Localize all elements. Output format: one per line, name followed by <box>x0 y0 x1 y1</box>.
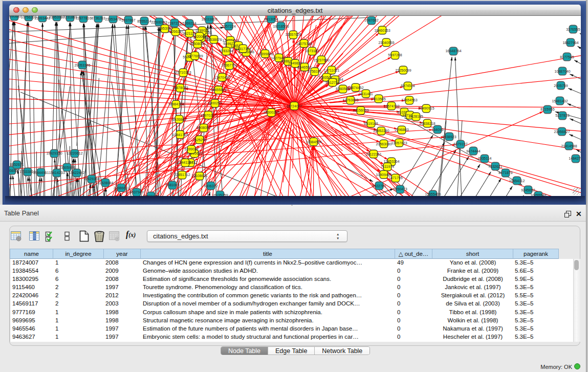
svg-text:5756191: 5756191 <box>308 70 321 73</box>
svg-text:7357224: 7357224 <box>222 25 235 28</box>
svg-text:5922781: 5922781 <box>372 184 386 188</box>
svg-text:8813054: 8813054 <box>264 17 278 21</box>
svg-text:9690882: 9690882 <box>9 16 21 18</box>
svg-text:8215955: 8215955 <box>540 107 554 111</box>
svg-text:2935114: 2935114 <box>478 157 492 160</box>
svg-text:16557626: 16557626 <box>285 33 301 36</box>
svg-text:21414588: 21414588 <box>561 144 577 148</box>
svg-text:5369224: 5369224 <box>182 21 196 25</box>
svg-text:23710363: 23710363 <box>175 71 191 74</box>
svg-text:23953980: 23953980 <box>49 16 64 19</box>
svg-text:20367702: 20367702 <box>221 63 237 67</box>
svg-text:23505908: 23505908 <box>59 166 75 169</box>
svg-text:22266287: 22266287 <box>167 30 183 33</box>
svg-text:19384554: 19384554 <box>306 140 321 144</box>
svg-text:7471795: 7471795 <box>388 176 402 180</box>
svg-text:7632621: 7632621 <box>488 165 502 168</box>
svg-text:5937867: 5937867 <box>121 18 135 22</box>
svg-text:15481432: 15481432 <box>552 99 568 103</box>
svg-text:18538676: 18538676 <box>206 38 222 41</box>
svg-text:10654112: 10654112 <box>509 179 525 183</box>
svg-text:9806372: 9806372 <box>204 184 217 188</box>
svg-text:22851712: 22851712 <box>174 173 190 177</box>
svg-text:6519148: 6519148 <box>364 122 378 125</box>
svg-text:10887040: 10887040 <box>554 70 570 73</box>
svg-text:21250099: 21250099 <box>395 69 411 72</box>
svg-text:164095: 164095 <box>431 128 443 132</box>
svg-text:9431481: 9431481 <box>359 92 373 96</box>
svg-text:10255548: 10255548 <box>530 193 546 196</box>
svg-text:4937949: 4937949 <box>129 190 143 194</box>
svg-text:9474444: 9474444 <box>466 149 480 153</box>
svg-text:5237813: 5237813 <box>555 114 569 117</box>
svg-text:18827964: 18827964 <box>562 41 578 45</box>
svg-text:8974518: 8974518 <box>401 84 415 87</box>
svg-text:19929350: 19929350 <box>46 151 62 155</box>
svg-text:22156009: 22156009 <box>353 108 368 112</box>
svg-text:9245652: 9245652 <box>521 188 535 192</box>
svg-text:21317167: 21317167 <box>235 47 251 51</box>
svg-text:8900290: 8900290 <box>208 101 222 105</box>
svg-text:16033809: 16033809 <box>201 17 217 21</box>
svg-text:20838218: 20838218 <box>419 122 435 125</box>
svg-text:20490915: 20490915 <box>418 106 434 110</box>
svg-text:20563080: 20563080 <box>376 142 391 146</box>
svg-text:9783284: 9783284 <box>219 49 233 53</box>
svg-text:15422442: 15422442 <box>69 171 84 174</box>
svg-text:15441184: 15441184 <box>178 161 193 164</box>
svg-text:10841769: 10841769 <box>172 133 188 137</box>
svg-text:19970217: 19970217 <box>200 114 216 117</box>
svg-text:12936557: 12936557 <box>9 169 20 172</box>
svg-text:21508094: 21508094 <box>189 42 205 46</box>
svg-text:8546552: 8546552 <box>297 65 311 69</box>
svg-text:13220612: 13220612 <box>67 151 82 155</box>
svg-text:15776689: 15776689 <box>187 54 203 58</box>
svg-text:3376555: 3376555 <box>566 28 580 31</box>
svg-text:19455826: 19455826 <box>210 88 226 92</box>
svg-text:15300295: 15300295 <box>263 111 279 114</box>
svg-text:8555214: 8555214 <box>137 19 151 23</box>
svg-text:14075785: 14075785 <box>296 42 312 46</box>
svg-text:7813505: 7813505 <box>372 97 385 101</box>
svg-text:23353478: 23353478 <box>105 17 121 21</box>
svg-text:23952280: 23952280 <box>373 129 389 133</box>
svg-text:10399826: 10399826 <box>257 52 273 56</box>
svg-text:7111974: 7111974 <box>381 165 394 168</box>
svg-text:6879197: 6879197 <box>453 142 467 146</box>
svg-text:19218506: 19218506 <box>273 25 289 28</box>
svg-text:1484270: 1484270 <box>569 157 581 160</box>
svg-text:7525295: 7525295 <box>192 138 206 142</box>
svg-text:6926845: 6926845 <box>172 118 186 121</box>
svg-text:22877816: 22877816 <box>75 16 91 20</box>
svg-text:20122261: 20122261 <box>365 152 381 156</box>
svg-text:5399032: 5399032 <box>184 147 198 151</box>
svg-text:19444961: 19444961 <box>33 171 49 174</box>
svg-text:11528084: 11528084 <box>98 181 114 185</box>
svg-text:22108621: 22108621 <box>191 174 207 178</box>
svg-text:5681083: 5681083 <box>165 183 179 187</box>
svg-text:2428185: 2428185 <box>409 115 423 118</box>
svg-text:8736263: 8736263 <box>91 16 105 20</box>
svg-text:22429358: 22429358 <box>83 177 99 181</box>
svg-text:12763895: 12763895 <box>342 98 358 102</box>
svg-text:13574732: 13574732 <box>383 104 399 108</box>
svg-text:7020066: 7020066 <box>192 35 206 38</box>
svg-text:5597208: 5597208 <box>388 53 402 57</box>
svg-text:23993442: 23993442 <box>34 16 50 20</box>
svg-text:2087682: 2087682 <box>364 18 378 22</box>
svg-text:18984368: 18984368 <box>168 102 184 106</box>
svg-text:18724007: 18724007 <box>286 104 302 108</box>
svg-text:16135259: 16135259 <box>212 193 228 196</box>
svg-text:8177545: 8177545 <box>560 55 574 59</box>
svg-text:7287233: 7287233 <box>167 21 181 25</box>
svg-text:8908052: 8908052 <box>197 126 210 129</box>
svg-text:7799021: 7799021 <box>195 29 209 32</box>
svg-text:15414233: 15414233 <box>49 171 64 174</box>
svg-text:18460153: 18460153 <box>374 29 390 32</box>
svg-text:8938923: 8938923 <box>442 135 456 139</box>
svg-text:29053346: 29053346 <box>74 63 90 67</box>
svg-text:15878033: 15878033 <box>172 86 188 90</box>
svg-text:23040555: 23040555 <box>378 41 394 45</box>
svg-text:17654563: 17654563 <box>401 98 417 102</box>
svg-text:12609136: 12609136 <box>143 194 159 196</box>
